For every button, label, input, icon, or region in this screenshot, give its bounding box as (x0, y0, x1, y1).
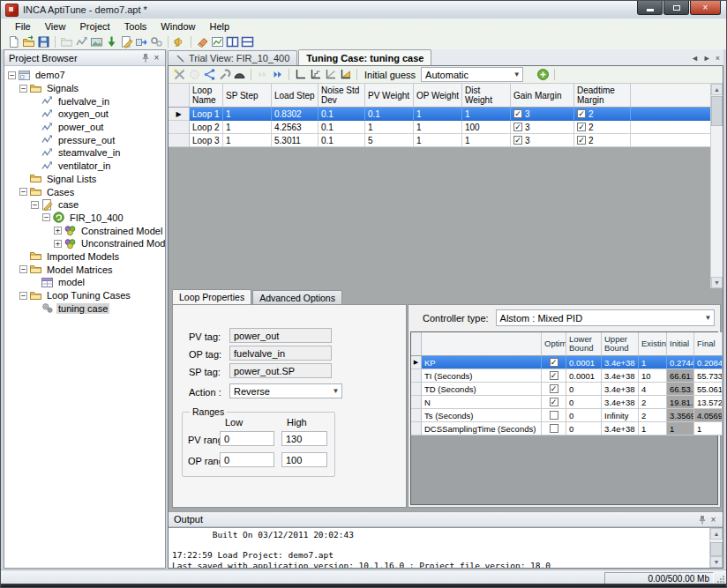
final-value[interactable]: 1 (694, 422, 723, 435)
tab-trial-view[interactable]: Trial View: FIR_10_400 (168, 50, 297, 65)
final-value[interactable]: 13.5721 (694, 396, 723, 409)
tree-expander[interactable]: − (42, 213, 50, 221)
scroll-left-icon[interactable]: ◄ (691, 54, 699, 63)
pv-tag-field[interactable]: power_out (229, 328, 332, 343)
tree-expander[interactable]: + (54, 227, 62, 234)
scroll-thumb[interactable] (710, 542, 723, 556)
pv-range-low-field[interactable]: 0 (220, 431, 274, 446)
parameter-row[interactable]: TD (Seconds)✓03.4e+38466.53...55.0615 (411, 383, 717, 396)
existing-value[interactable]: 4 (639, 383, 667, 396)
split-horizontal-icon[interactable] (240, 34, 255, 48)
menu-view[interactable]: View (38, 20, 73, 33)
close-icon[interactable]: × (716, 54, 720, 63)
close-button[interactable]: × (690, 1, 721, 15)
output-scrollbar[interactable]: ▲ ▼ (709, 528, 723, 568)
menu-window[interactable]: Window (154, 20, 202, 33)
tree-item[interactable]: −Model Matrices (4, 263, 165, 276)
existing-value[interactable]: 1 (639, 422, 667, 435)
cell[interactable]: 1 (414, 121, 462, 134)
initial-value[interactable]: 66.53... (667, 383, 694, 396)
upper-bound[interactable]: 3.4e+38 (602, 383, 639, 396)
cell[interactable]: Loop 2 (190, 121, 223, 134)
gain-margin-cell[interactable]: ✓3 (511, 134, 574, 147)
checkbox[interactable]: ✓ (577, 109, 586, 118)
run-icon[interactable] (270, 68, 285, 82)
lower-bound[interactable]: 0 (566, 409, 602, 422)
lower-bound[interactable]: 0 (566, 422, 602, 435)
tree-item[interactable]: −case (4, 198, 165, 212)
scroll-up-icon[interactable]: ▲ (710, 528, 723, 540)
tab-tuning-case[interactable]: Tuning Case: tuning case (298, 49, 431, 65)
row-selector[interactable] (411, 422, 422, 435)
optimize-cell[interactable]: ✓ (542, 356, 566, 369)
scroll-down-icon[interactable]: ▼ (710, 556, 723, 568)
cell[interactable]: 1 (414, 108, 462, 121)
checkbox[interactable]: ✓ (550, 398, 558, 406)
gain-margin-cell[interactable]: ✓3 (511, 121, 574, 134)
chart-area-icon[interactable] (338, 68, 353, 82)
upper-bound[interactable]: 3.4e+38 (602, 356, 639, 369)
row-selector[interactable]: ▶ (411, 356, 422, 369)
menu-file[interactable]: File (8, 20, 38, 33)
pin-icon[interactable] (139, 52, 151, 63)
cell[interactable]: 1 (462, 108, 511, 121)
checkbox[interactable]: ✓ (550, 384, 558, 393)
tree-expander[interactable]: − (19, 188, 27, 196)
menu-help[interactable]: Help (202, 20, 236, 33)
row-selector[interactable] (169, 134, 190, 147)
checkbox[interactable] (550, 411, 558, 420)
minimize-button[interactable] (637, 1, 663, 15)
pin-icon[interactable] (696, 514, 708, 525)
resize-grip[interactable] (716, 575, 724, 583)
menu-project[interactable]: Project (72, 20, 116, 33)
cell[interactable]: 1 (223, 134, 272, 147)
checkbox[interactable]: ✓ (550, 371, 558, 380)
initial-value[interactable]: 0.2744 (667, 356, 694, 369)
upper-bound[interactable]: 3.4e+38 (602, 422, 639, 435)
cell[interactable]: 4.2563 (272, 121, 319, 134)
tree-item[interactable]: model (4, 276, 165, 289)
final-value[interactable]: 4.0569 (694, 409, 723, 422)
scroll-thumb[interactable] (711, 96, 723, 126)
import-data-icon[interactable] (104, 34, 119, 48)
share-icon[interactable] (202, 68, 217, 82)
parameter-row[interactable]: DCSSamplingTime (Seconds)03.4e+38111 (411, 422, 717, 435)
import-signal-icon[interactable] (74, 34, 89, 48)
tree-item[interactable]: Signal Lists (4, 173, 165, 186)
tree-item[interactable]: power_out (4, 121, 165, 134)
export-icon[interactable] (134, 34, 149, 48)
tab-advanced-options[interactable]: Advanced Options (252, 290, 342, 304)
lower-bound[interactable]: 0 (566, 383, 602, 396)
initial-value[interactable]: 66.61... (667, 369, 694, 383)
scroll-right-icon[interactable]: ► (703, 54, 711, 63)
upper-bound[interactable]: Infinity (602, 409, 639, 422)
tree-expander[interactable]: − (19, 265, 27, 273)
tree-item[interactable]: steamvalve_in (4, 146, 165, 160)
checkbox[interactable]: ✓ (577, 123, 586, 131)
initial-guess-dropdown[interactable]: Automatic▼ (421, 67, 523, 82)
cell[interactable]: 5.3011 (272, 134, 319, 147)
checkbox[interactable]: ✓ (513, 136, 522, 145)
lower-bound[interactable]: 0.0001 (566, 369, 602, 383)
deadtime-margin-cell[interactable]: ✓2 (574, 108, 631, 121)
tree-expander[interactable]: − (19, 85, 27, 93)
existing-value[interactable]: 10 (639, 369, 667, 383)
scroll-up-icon[interactable]: ▲ (711, 84, 723, 95)
tree-item[interactable]: fuelvalve_in (4, 94, 165, 108)
tree-item[interactable]: −Signals (4, 82, 165, 95)
action-dropdown[interactable]: Reverse ▼ (229, 383, 342, 398)
optimize-cell[interactable]: ✓ (542, 383, 566, 396)
tree-item[interactable]: pressure_out (4, 133, 165, 146)
cell[interactable]: 1 (462, 134, 511, 147)
loop-table-scrollbar[interactable]: ▲ ▼ (710, 84, 723, 288)
optimize-cell[interactable] (542, 409, 566, 422)
tree-expander[interactable]: − (8, 71, 16, 79)
cell[interactable]: 1 (414, 134, 462, 147)
cell[interactable]: 0.1 (365, 108, 414, 121)
deadtime-margin-cell[interactable]: ✓2 (574, 121, 631, 134)
cell[interactable]: 0.1 (319, 121, 365, 134)
checkbox[interactable]: ✓ (513, 109, 522, 118)
notify-icon[interactable] (172, 34, 187, 48)
controller-type-dropdown[interactable]: Alstom : Mixed PID ▼ (496, 309, 715, 326)
cell[interactable]: 5 (365, 134, 414, 147)
